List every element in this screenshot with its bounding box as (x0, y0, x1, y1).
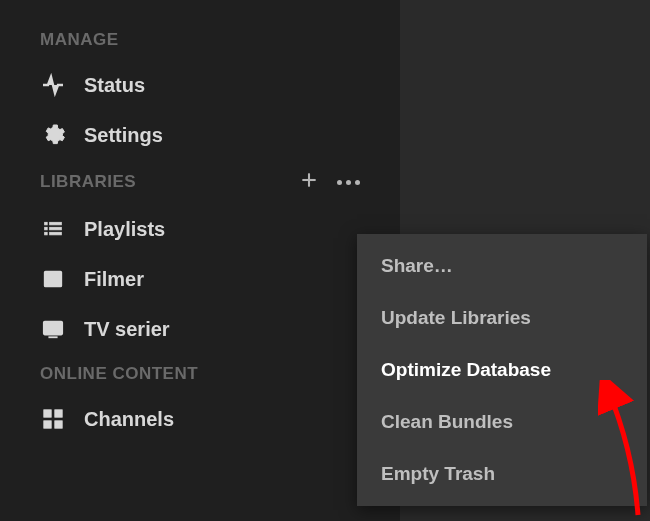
sidebar-item-label: Settings (84, 124, 163, 147)
svg-rect-20 (55, 410, 62, 417)
svg-rect-4 (45, 232, 48, 235)
svg-rect-21 (44, 421, 51, 428)
svg-rect-2 (45, 222, 48, 225)
svg-rect-17 (44, 322, 62, 335)
sidebar-item-tvserier[interactable]: TV serier (0, 304, 400, 354)
svg-rect-19 (44, 410, 51, 417)
gear-icon (40, 122, 66, 148)
context-item-label: Share… (381, 255, 453, 276)
tv-icon (40, 316, 66, 342)
svg-rect-3 (45, 227, 48, 230)
sidebar-item-label: Filmer (84, 268, 144, 291)
plus-icon[interactable] (299, 170, 319, 194)
context-item-label: Optimize Database (381, 359, 551, 380)
film-icon (40, 266, 66, 292)
context-item-label: Clean Bundles (381, 411, 513, 432)
section-title: LIBRARIES (40, 172, 136, 192)
more-icon[interactable] (337, 180, 360, 185)
context-item-label: Update Libraries (381, 307, 531, 328)
sidebar-item-filmer[interactable]: Filmer (0, 254, 400, 304)
sidebar-item-label: Channels (84, 408, 174, 431)
section-actions (299, 170, 360, 194)
section-header-libraries: LIBRARIES (0, 160, 400, 204)
sidebar: MANAGE Status Settings LIBRARIES Playlis… (0, 0, 400, 521)
section-header-manage: MANAGE (0, 20, 400, 60)
context-item-update-libraries[interactable]: Update Libraries (357, 292, 647, 344)
svg-rect-7 (50, 232, 62, 235)
svg-rect-22 (55, 421, 62, 428)
list-icon (40, 216, 66, 242)
section-title: ONLINE CONTENT (40, 364, 198, 384)
section-header-online: ONLINE CONTENT (0, 354, 400, 394)
sidebar-item-label: TV serier (84, 318, 170, 341)
svg-rect-5 (50, 222, 62, 225)
context-item-share[interactable]: Share… (357, 240, 647, 292)
grid-icon (40, 406, 66, 432)
activity-icon (40, 72, 66, 98)
sidebar-item-status[interactable]: Status (0, 60, 400, 110)
sidebar-item-label: Status (84, 74, 145, 97)
sidebar-item-playlists[interactable]: Playlists (0, 204, 400, 254)
sidebar-item-settings[interactable]: Settings (0, 110, 400, 160)
svg-rect-6 (50, 227, 62, 230)
annotation-arrow-icon (598, 380, 648, 520)
context-item-label: Empty Trash (381, 463, 495, 484)
sidebar-item-channels[interactable]: Channels (0, 394, 400, 444)
section-title: MANAGE (40, 30, 119, 50)
sidebar-item-label: Playlists (84, 218, 165, 241)
